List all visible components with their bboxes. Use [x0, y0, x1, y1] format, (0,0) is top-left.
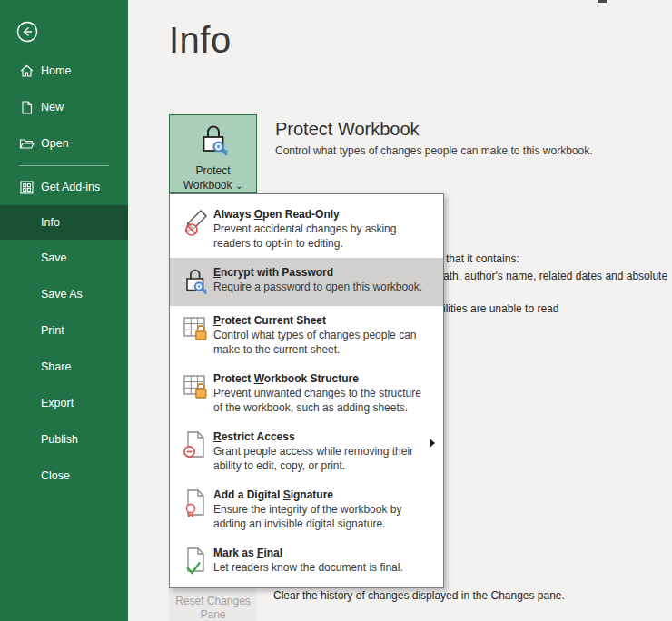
menu-item-title: Mark as Final	[213, 546, 428, 560]
submenu-arrow-icon	[430, 439, 435, 448]
menu-item-description: Grant people access while removing their…	[213, 444, 428, 473]
sidebar-item-close[interactable]: Close	[0, 458, 128, 494]
sidebar-item-label: Home	[41, 64, 71, 77]
add-ins-icon	[19, 180, 35, 195]
excel-backstage-info: Home New Open Get Add-ins	[0, 0, 672, 621]
sidebar-item-label: Open	[41, 137, 69, 150]
sidebar-item-open[interactable]: Open	[0, 125, 128, 162]
menu-item-description: Prevent accidental changes by asking rea…	[213, 222, 428, 251]
backstage-sidebar: Home New Open Get Add-ins	[0, 0, 128, 621]
menu-item-protect-current-sheet[interactable]: Protect Current Sheet Control what types…	[170, 306, 443, 364]
menu-item-title: Restrict Access	[213, 429, 428, 444]
sidebar-item-label: Save	[41, 251, 67, 264]
menu-item-title: Encrypt with Password	[213, 265, 428, 280]
doc-final-icon	[183, 547, 213, 579]
menu-item-description: Prevent unwanted changes to the structur…	[213, 386, 428, 415]
sidebar-item-share[interactable]: Share	[0, 349, 128, 385]
sidebar-item-label: Publish	[41, 433, 78, 446]
back-button[interactable]	[16, 21, 38, 43]
sidebar-item-new[interactable]: New	[0, 89, 128, 125]
sidebar-item-print[interactable]: Print	[0, 312, 128, 349]
sidebar-nav: Home New Open Get Add-ins	[0, 53, 128, 494]
menu-item-description: Let readers know the document is final.	[213, 560, 428, 575]
home-icon	[19, 64, 35, 79]
inspect-workbook-text-fragment: ilities are unable to read	[443, 302, 558, 315]
inspect-workbook-text-fragment: ath, author's name, related dates and ab…	[443, 270, 667, 282]
menu-item-always-open-read-only[interactable]: Always Open Read-Only Prevent accidental…	[170, 200, 443, 258]
menu-item-encrypt-with-password[interactable]: Encrypt with Password Require a password…	[170, 258, 443, 306]
menu-item-mark-as-final[interactable]: Mark as Final Let readers know the docum…	[170, 538, 443, 586]
lock-key-icon	[183, 266, 213, 299]
sidebar-item-label: Share	[41, 360, 71, 373]
menu-item-title: Always Open Read-Only	[213, 207, 428, 222]
protect-button-label: Protect Workbook ⌄	[183, 164, 243, 192]
screen-artifact	[598, 0, 607, 3]
reset-changes-label2: Pane	[200, 608, 225, 621]
protect-workbook-description: Control what types of changes people can…	[275, 144, 593, 157]
protect-workbook-dropdown-menu: Always Open Read-Only Prevent accidental…	[169, 193, 444, 588]
menu-item-description: Control what types of changes people can…	[213, 328, 428, 357]
sidebar-item-label: Info	[41, 216, 60, 229]
doc-restrict-icon	[183, 430, 213, 463]
pencil-blocked-icon	[183, 208, 213, 241]
dropdown-chevron-icon: ⌄	[235, 181, 242, 191]
page-title: Info	[169, 20, 232, 61]
menu-item-title: Protect Workbook Structure	[213, 371, 428, 386]
sidebar-item-info[interactable]: Info	[0, 205, 128, 240]
sidebar-item-home[interactable]: Home	[0, 53, 128, 89]
menu-item-add-digital-signature[interactable]: Add a Digital Signature Ensure the integ…	[170, 480, 443, 538]
clear-history-description: Clear the history of changes displayed i…	[273, 589, 565, 602]
open-folder-icon	[19, 136, 35, 152]
doc-signature-icon	[183, 488, 213, 521]
sidebar-item-label: Close	[41, 469, 70, 482]
sidebar-item-label: Export	[41, 397, 74, 409]
sheet-lock-icon	[183, 314, 213, 347]
sheet-lock-icon	[183, 372, 213, 405]
menu-item-title: Add a Digital Signature	[213, 488, 428, 502]
reset-changes-label: Reset Changes	[175, 595, 251, 608]
sidebar-item-save-as[interactable]: Save As	[0, 276, 128, 312]
protect-workbook-button[interactable]: Protect Workbook ⌄	[169, 114, 257, 193]
sidebar-item-get-add-ins[interactable]: Get Add-ins	[0, 169, 128, 205]
menu-item-protect-workbook-structure[interactable]: Protect Workbook Structure Prevent unwan…	[170, 364, 443, 422]
menu-item-description: Ensure the integrity of the workbook by …	[213, 502, 428, 531]
sidebar-item-save[interactable]: Save	[0, 240, 128, 276]
info-pane: Info that it contains: ath, author's nam…	[128, 0, 672, 621]
sidebar-item-publish[interactable]: Publish	[0, 421, 128, 458]
sidebar-item-export[interactable]: Export	[0, 385, 128, 421]
lock-key-icon	[196, 123, 231, 162]
new-icon	[19, 100, 35, 115]
back-arrow-icon	[16, 21, 38, 43]
sidebar-separator	[19, 165, 109, 166]
menu-item-title: Protect Current Sheet	[213, 313, 428, 328]
protect-workbook-heading: Protect Workbook	[275, 119, 420, 140]
sidebar-item-label: Save As	[41, 288, 83, 301]
sidebar-item-label: Get Add-ins	[41, 181, 100, 193]
menu-item-description: Require a password to open this workbook…	[213, 280, 428, 294]
inspect-workbook-text-fragment: that it contains:	[446, 252, 519, 265]
menu-item-restrict-access[interactable]: Restrict Access Grant people access whil…	[170, 422, 443, 480]
sidebar-item-label: New	[41, 101, 64, 113]
sidebar-item-label: Print	[41, 324, 64, 337]
